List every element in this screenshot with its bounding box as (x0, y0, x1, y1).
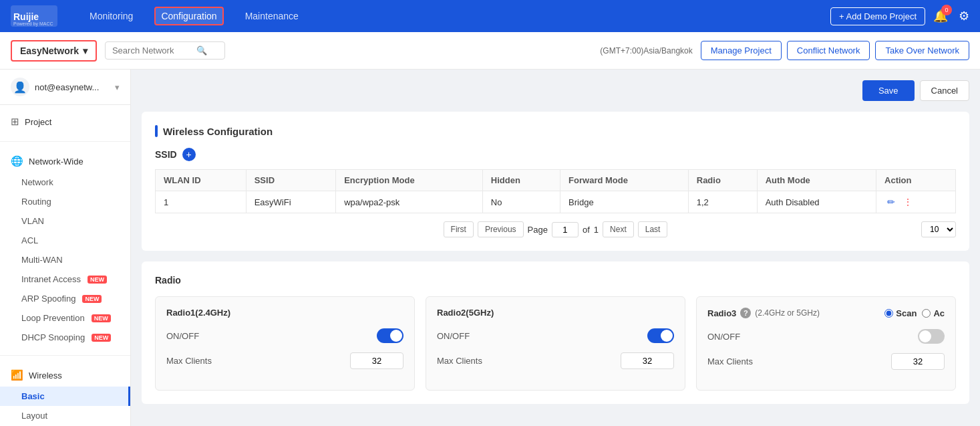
prev-page-button[interactable]: Previous (478, 221, 524, 237)
sidebar-divider-2 (0, 355, 130, 356)
intranet-access-new-badge: NEW (88, 276, 107, 284)
sidebar-item-project[interactable]: ⊞ Project (0, 110, 130, 133)
radio3-maxclients-input[interactable] (891, 353, 945, 370)
settings-icon[interactable]: ⚙ (959, 9, 969, 23)
network-wide-icon: 🌐 (11, 155, 23, 167)
save-bar: Save Cancel (142, 80, 969, 101)
col-ssid: SSID (246, 170, 336, 191)
sidebar-item-network[interactable]: Network (0, 173, 130, 192)
sidebar-item-layout[interactable]: Layout (0, 406, 130, 425)
nav-maintenance[interactable]: Maintenance (240, 8, 304, 24)
delete-row-button[interactable]: ⋮ (901, 195, 915, 209)
network-selector[interactable]: EasyNetwork ▾ (11, 40, 97, 62)
radio2-title: Radio2(5GHz) (437, 308, 674, 318)
edit-row-button[interactable]: ✏ (884, 195, 898, 209)
pagination: First Previous Page of 1 Next Last (422, 221, 689, 237)
radio-cards: Radio1(2.4GHz) ON/OFF Max Clients Radio2 (155, 296, 956, 391)
page-size-select[interactable]: 10 25 50 (921, 221, 956, 237)
sidebar-item-loop-prevention[interactable]: Loop Prevention NEW (0, 308, 130, 328)
user-name: not@easynetw... (35, 82, 110, 92)
sidebar-item-basic[interactable]: Basic (0, 387, 130, 406)
sidebar-item-wireless[interactable]: 📶 Wireless (0, 364, 130, 387)
sidebar-section-wireless: 📶 Wireless Basic Layout Radio Wi-Fi Opti… (0, 358, 130, 426)
sidebar-label-layout: Layout (21, 411, 47, 421)
header-buttons: Manage Project Conflict Network Take Ove… (701, 41, 969, 60)
sidebar-item-intranet-access[interactable]: Intranet Access NEW (0, 270, 130, 289)
cell-encryption: wpa/wpa2-psk (336, 191, 483, 213)
arp-spoofing-new-badge: NEW (82, 295, 102, 303)
add-demo-button[interactable]: + Add Demo Project (830, 7, 925, 25)
radio1-maxclients-input[interactable] (350, 352, 403, 369)
cancel-button[interactable]: Cancel (920, 80, 969, 101)
sidebar-item-arp-spoofing[interactable]: ARP Spoofing NEW (0, 289, 130, 308)
wireless-config-title: Wireless Configuration (155, 125, 956, 137)
radio1-maxclients-row: Max Clients (166, 352, 403, 369)
nav-icons: 🔔 0 ⚙ (933, 9, 969, 23)
sidebar-label-basic: Basic (21, 391, 45, 401)
radio3-info-icon[interactable]: ? (740, 308, 751, 318)
ssid-title: SSID (155, 149, 177, 160)
sidebar-item-routing[interactable]: Routing (0, 192, 130, 211)
user-avatar: 👤 (11, 78, 29, 96)
sidebar-section-network-wide: 🌐 Network-Wide Network Routing VLAN ACL … (0, 144, 130, 352)
page-input[interactable] (552, 222, 579, 237)
sidebar-label-wireless: Wireless (29, 370, 62, 381)
cell-radio: 1,2 (688, 191, 757, 213)
cell-action: ✏ ⋮ (876, 191, 956, 213)
radio3-ac-option[interactable]: Ac (922, 308, 945, 318)
sidebar-label-routing: Routing (21, 197, 51, 207)
conflict-network-button[interactable]: Conflict Network (787, 41, 870, 60)
sidebar-label-project: Project (25, 117, 51, 127)
radio3-card: Radio3 ? (2.4GHz or 5GHz) Scan Ac (696, 296, 956, 391)
radio3-toggle[interactable] (918, 329, 945, 344)
second-bar: EasyNetwork ▾ 🔍 (GMT+7:00)Asia/Bangkok M… (0, 32, 980, 70)
sidebar-item-acl[interactable]: ACL (0, 231, 130, 250)
radio3-maxclients-row: Max Clients (707, 353, 945, 370)
sidebar-item-dhcp-snooping[interactable]: DHCP Snooping NEW (0, 328, 130, 347)
radio3-title: Radio3 ? (2.4GHz or 5GHz) Scan Ac (707, 308, 945, 318)
next-page-button[interactable]: Next (603, 221, 634, 237)
radio3-scan-label: Scan (896, 308, 917, 318)
nav-monitoring[interactable]: Monitoring (84, 8, 138, 24)
first-page-button[interactable]: First (444, 221, 474, 237)
sidebar-label-intranet-access: Intranet Access (21, 274, 81, 284)
save-button[interactable]: Save (862, 80, 915, 101)
radio2-maxclients-input[interactable] (621, 352, 674, 369)
user-section[interactable]: 👤 not@easynetw... ▾ (0, 70, 130, 105)
radio1-toggle[interactable] (377, 328, 403, 343)
sidebar-item-vlan[interactable]: VLAN (0, 211, 130, 231)
radio3-title-text: Radio3 (707, 308, 736, 318)
sidebar-label-multi-wan: Multi-WAN (21, 255, 63, 265)
ssid-table-head: WLAN ID SSID Encryption Mode Hidden Forw… (156, 170, 956, 191)
take-over-network-button[interactable]: Take Over Network (875, 41, 969, 60)
col-forward: Forward Mode (560, 170, 689, 191)
manage-project-button[interactable]: Manage Project (701, 41, 782, 60)
pagination-wrap: First Previous Page of 1 Next Last 10 25… (155, 221, 956, 237)
radio2-toggle[interactable] (647, 328, 674, 343)
col-encryption: Encryption Mode (336, 170, 483, 191)
cell-auth: Auth Disabled (757, 191, 876, 213)
sidebar-label-acl: ACL (21, 235, 38, 245)
radio2-onoff-label: ON/OFF (437, 331, 470, 341)
radio2-onoff-row: ON/OFF (437, 328, 674, 343)
sidebar-label-network: Network (21, 177, 53, 187)
sidebar-item-network-wide[interactable]: 🌐 Network-Wide (0, 150, 130, 173)
radio3-scan-option[interactable]: Scan (884, 308, 917, 318)
radio1-maxclients-label: Max Clients (166, 356, 212, 366)
nav-right: + Add Demo Project 🔔 0 ⚙ (830, 7, 969, 25)
wireless-icon: 📶 (11, 369, 23, 381)
top-navigation: Ruijie Powered by MACC Monitoring Config… (0, 0, 980, 32)
notification-icon[interactable]: 🔔 0 (933, 9, 948, 23)
last-page-button[interactable]: Last (638, 221, 668, 237)
radio3-ac-radio[interactable] (922, 309, 931, 318)
network-name: EasyNetwork (20, 45, 79, 56)
radio3-toggle-knob (919, 330, 931, 342)
ssid-table-body: 1 EasyWiFi wpa/wpa2-psk No Bridge 1,2 Au… (156, 191, 956, 213)
search-network-input[interactable] (112, 45, 192, 56)
ssid-add-button[interactable]: + (182, 148, 196, 161)
cell-forward: Bridge (560, 191, 689, 213)
nav-configuration[interactable]: Configuration (154, 7, 223, 25)
radio3-scan-radio[interactable] (884, 309, 893, 318)
search-icon: 🔍 (196, 45, 207, 56)
sidebar-item-multi-wan[interactable]: Multi-WAN (0, 250, 130, 270)
